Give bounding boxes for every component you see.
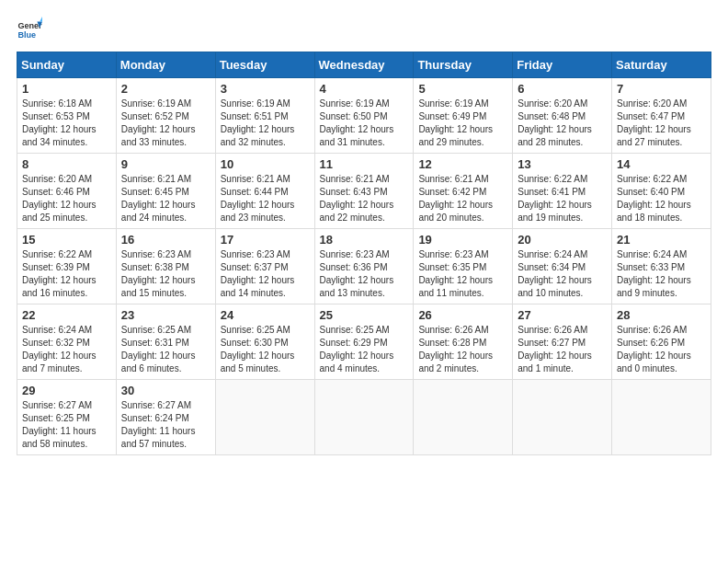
day-number: 27 bbox=[518, 308, 607, 322]
calendar-cell: 30Sunrise: 6:27 AM Sunset: 6:24 PM Dayli… bbox=[116, 380, 215, 455]
day-info: Sunrise: 6:25 AM Sunset: 6:31 PM Dayligh… bbox=[121, 324, 210, 375]
weekday-header-row: SundayMondayTuesdayWednesdayThursdayFrid… bbox=[17, 52, 711, 78]
calendar-cell: 29Sunrise: 6:27 AM Sunset: 6:25 PM Dayli… bbox=[17, 380, 117, 455]
day-info: Sunrise: 6:19 AM Sunset: 6:49 PM Dayligh… bbox=[418, 98, 507, 149]
day-info: Sunrise: 6:23 AM Sunset: 6:38 PM Dayligh… bbox=[121, 248, 210, 300]
day-number: 29 bbox=[22, 384, 111, 397]
weekday-header-thursday: Thursday bbox=[414, 52, 513, 78]
day-info: Sunrise: 6:21 AM Sunset: 6:42 PM Dayligh… bbox=[418, 173, 507, 224]
day-info: Sunrise: 6:26 AM Sunset: 6:26 PM Dayligh… bbox=[617, 324, 706, 375]
day-number: 2 bbox=[121, 82, 210, 96]
day-info: Sunrise: 6:19 AM Sunset: 6:52 PM Dayligh… bbox=[121, 98, 210, 149]
day-info: Sunrise: 6:22 AM Sunset: 6:39 PM Dayligh… bbox=[22, 248, 111, 300]
day-number: 6 bbox=[518, 82, 607, 96]
calendar-cell: 17Sunrise: 6:23 AM Sunset: 6:37 PM Dayli… bbox=[215, 229, 314, 304]
day-number: 3 bbox=[221, 82, 310, 96]
calendar-cell: 26Sunrise: 6:26 AM Sunset: 6:28 PM Dayli… bbox=[414, 304, 513, 380]
day-info: Sunrise: 6:22 AM Sunset: 6:41 PM Dayligh… bbox=[518, 173, 607, 224]
day-number: 19 bbox=[418, 233, 507, 247]
calendar-cell: 1Sunrise: 6:18 AM Sunset: 6:53 PM Daylig… bbox=[17, 78, 117, 154]
calendar-cell: 28Sunrise: 6:26 AM Sunset: 6:26 PM Dayli… bbox=[612, 304, 711, 380]
calendar-cell: 23Sunrise: 6:25 AM Sunset: 6:31 PM Dayli… bbox=[116, 304, 215, 380]
day-number: 5 bbox=[418, 82, 507, 96]
day-number: 23 bbox=[121, 308, 210, 322]
weekday-header-saturday: Saturday bbox=[612, 52, 711, 78]
calendar-cell: 6Sunrise: 6:20 AM Sunset: 6:48 PM Daylig… bbox=[513, 78, 612, 154]
week-row-5: 29Sunrise: 6:27 AM Sunset: 6:25 PM Dayli… bbox=[17, 380, 711, 455]
day-info: Sunrise: 6:20 AM Sunset: 6:47 PM Dayligh… bbox=[617, 98, 706, 149]
calendar-cell bbox=[314, 380, 414, 455]
day-info: Sunrise: 6:20 AM Sunset: 6:46 PM Dayligh… bbox=[22, 173, 111, 224]
day-number: 17 bbox=[221, 233, 310, 247]
calendar-cell bbox=[612, 380, 711, 455]
calendar-cell: 25Sunrise: 6:25 AM Sunset: 6:29 PM Dayli… bbox=[314, 304, 414, 380]
calendar-cell: 22Sunrise: 6:24 AM Sunset: 6:32 PM Dayli… bbox=[17, 304, 117, 380]
week-row-2: 8Sunrise: 6:20 AM Sunset: 6:46 PM Daylig… bbox=[17, 154, 711, 229]
day-info: Sunrise: 6:25 AM Sunset: 6:29 PM Dayligh… bbox=[320, 324, 409, 375]
day-number: 8 bbox=[22, 157, 111, 171]
day-number: 12 bbox=[418, 157, 507, 171]
day-number: 7 bbox=[617, 82, 706, 96]
day-info: Sunrise: 6:25 AM Sunset: 6:30 PM Dayligh… bbox=[221, 324, 310, 375]
logo: General Blue bbox=[17, 17, 42, 42]
calendar-cell: 4Sunrise: 6:19 AM Sunset: 6:50 PM Daylig… bbox=[314, 78, 414, 154]
day-number: 26 bbox=[418, 308, 507, 322]
day-number: 11 bbox=[320, 157, 409, 171]
calendar-cell: 5Sunrise: 6:19 AM Sunset: 6:49 PM Daylig… bbox=[414, 78, 513, 154]
day-info: Sunrise: 6:27 AM Sunset: 6:25 PM Dayligh… bbox=[22, 399, 111, 451]
page: General Blue SundayMondayTuesdayWednesda… bbox=[0, 0, 728, 563]
day-info: Sunrise: 6:19 AM Sunset: 6:50 PM Dayligh… bbox=[320, 98, 409, 149]
day-info: Sunrise: 6:24 AM Sunset: 6:34 PM Dayligh… bbox=[518, 248, 607, 300]
calendar-cell: 20Sunrise: 6:24 AM Sunset: 6:34 PM Dayli… bbox=[513, 229, 612, 304]
day-number: 9 bbox=[121, 157, 210, 171]
weekday-header-sunday: Sunday bbox=[17, 52, 117, 78]
day-number: 10 bbox=[221, 157, 310, 171]
week-row-4: 22Sunrise: 6:24 AM Sunset: 6:32 PM Dayli… bbox=[17, 304, 711, 380]
calendar-cell: 18Sunrise: 6:23 AM Sunset: 6:36 PM Dayli… bbox=[314, 229, 414, 304]
calendar-cell: 11Sunrise: 6:21 AM Sunset: 6:43 PM Dayli… bbox=[314, 154, 414, 229]
day-info: Sunrise: 6:26 AM Sunset: 6:27 PM Dayligh… bbox=[518, 324, 607, 375]
day-number: 21 bbox=[617, 233, 706, 247]
day-number: 24 bbox=[221, 308, 310, 322]
day-info: Sunrise: 6:22 AM Sunset: 6:40 PM Dayligh… bbox=[617, 173, 706, 224]
calendar-cell bbox=[414, 380, 513, 455]
day-info: Sunrise: 6:23 AM Sunset: 6:37 PM Dayligh… bbox=[221, 248, 310, 300]
weekday-header-monday: Monday bbox=[116, 52, 215, 78]
calendar-cell: 24Sunrise: 6:25 AM Sunset: 6:30 PM Dayli… bbox=[215, 304, 314, 380]
day-number: 13 bbox=[518, 157, 607, 171]
calendar-cell: 15Sunrise: 6:22 AM Sunset: 6:39 PM Dayli… bbox=[17, 229, 117, 304]
day-number: 16 bbox=[121, 233, 210, 247]
day-info: Sunrise: 6:23 AM Sunset: 6:35 PM Dayligh… bbox=[418, 248, 507, 300]
weekday-header-friday: Friday bbox=[513, 52, 612, 78]
day-number: 22 bbox=[22, 308, 111, 322]
day-number: 18 bbox=[320, 233, 409, 247]
calendar-cell: 8Sunrise: 6:20 AM Sunset: 6:46 PM Daylig… bbox=[17, 154, 117, 229]
calendar-table: SundayMondayTuesdayWednesdayThursdayFrid… bbox=[17, 52, 711, 455]
calendar-cell: 14Sunrise: 6:22 AM Sunset: 6:40 PM Dayli… bbox=[612, 154, 711, 229]
day-info: Sunrise: 6:24 AM Sunset: 6:32 PM Dayligh… bbox=[22, 324, 111, 375]
day-number: 25 bbox=[320, 308, 409, 322]
svg-text:Blue: Blue bbox=[17, 30, 36, 40]
header: General Blue bbox=[17, 17, 711, 42]
day-info: Sunrise: 6:21 AM Sunset: 6:44 PM Dayligh… bbox=[221, 173, 310, 224]
day-info: Sunrise: 6:26 AM Sunset: 6:28 PM Dayligh… bbox=[418, 324, 507, 375]
calendar-cell: 12Sunrise: 6:21 AM Sunset: 6:42 PM Dayli… bbox=[414, 154, 513, 229]
calendar-cell: 7Sunrise: 6:20 AM Sunset: 6:47 PM Daylig… bbox=[612, 78, 711, 154]
day-number: 14 bbox=[617, 157, 706, 171]
day-info: Sunrise: 6:21 AM Sunset: 6:45 PM Dayligh… bbox=[121, 173, 210, 224]
weekday-header-tuesday: Tuesday bbox=[215, 52, 314, 78]
week-row-1: 1Sunrise: 6:18 AM Sunset: 6:53 PM Daylig… bbox=[17, 78, 711, 154]
logo-icon: General Blue bbox=[17, 17, 42, 42]
calendar-cell: 16Sunrise: 6:23 AM Sunset: 6:38 PM Dayli… bbox=[116, 229, 215, 304]
calendar-cell: 9Sunrise: 6:21 AM Sunset: 6:45 PM Daylig… bbox=[116, 154, 215, 229]
calendar-cell: 19Sunrise: 6:23 AM Sunset: 6:35 PM Dayli… bbox=[414, 229, 513, 304]
day-number: 1 bbox=[22, 82, 111, 96]
day-number: 4 bbox=[320, 82, 409, 96]
weekday-header-wednesday: Wednesday bbox=[314, 52, 414, 78]
calendar-cell: 13Sunrise: 6:22 AM Sunset: 6:41 PM Dayli… bbox=[513, 154, 612, 229]
week-row-3: 15Sunrise: 6:22 AM Sunset: 6:39 PM Dayli… bbox=[17, 229, 711, 304]
day-info: Sunrise: 6:27 AM Sunset: 6:24 PM Dayligh… bbox=[121, 399, 210, 451]
calendar-cell: 2Sunrise: 6:19 AM Sunset: 6:52 PM Daylig… bbox=[116, 78, 215, 154]
calendar-cell: 21Sunrise: 6:24 AM Sunset: 6:33 PM Dayli… bbox=[612, 229, 711, 304]
calendar-cell: 3Sunrise: 6:19 AM Sunset: 6:51 PM Daylig… bbox=[215, 78, 314, 154]
